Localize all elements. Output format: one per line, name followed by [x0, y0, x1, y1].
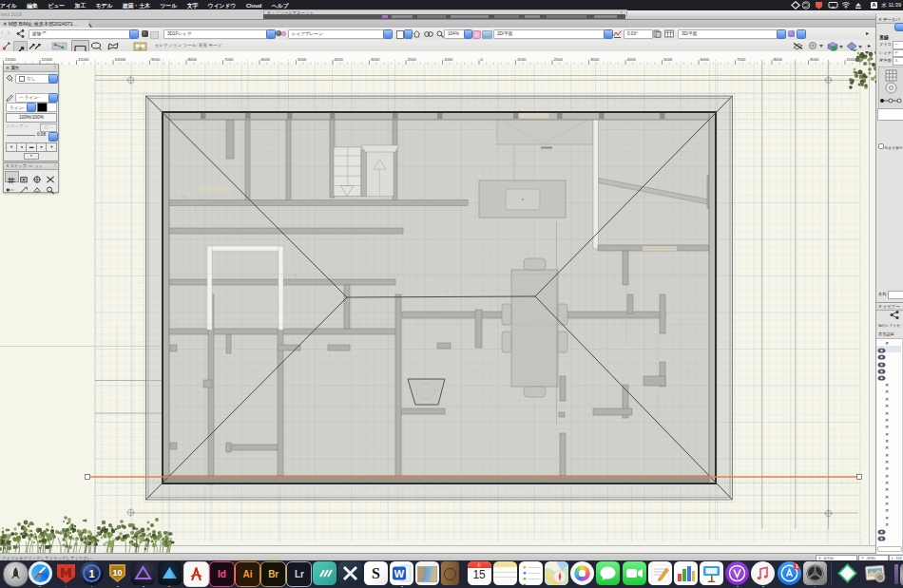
svg-text:1: 1 [88, 568, 94, 579]
svg-text:10: 10 [113, 567, 123, 577]
svg-text:W: W [394, 568, 405, 579]
